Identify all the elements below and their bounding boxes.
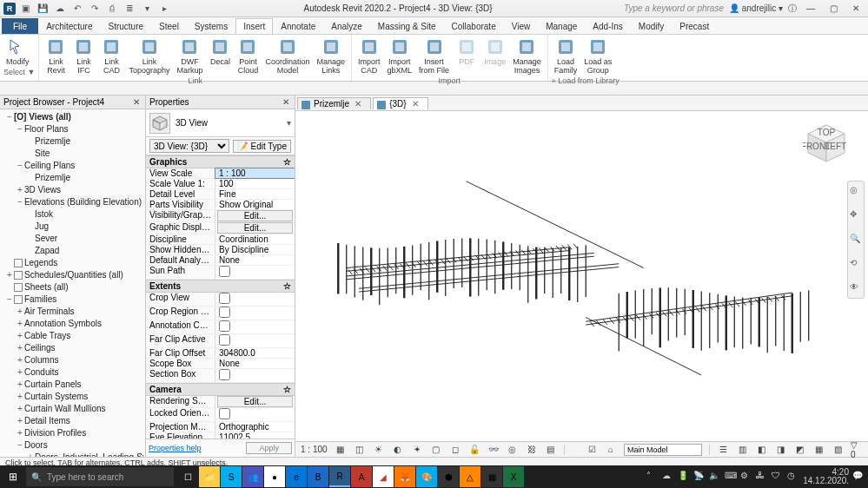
tree-node[interactable]: −Elevations (Building Elevation)	[2, 196, 143, 208]
view-tab[interactable]: {3D}✕	[373, 97, 427, 109]
crop-region-icon[interactable]: ◻	[449, 444, 461, 456]
prop-category[interactable]: Camera☆	[146, 383, 295, 396]
ribbon-tab-addins[interactable]: Add-Ins	[585, 18, 630, 34]
tray-up-icon[interactable]: ˄	[646, 471, 659, 483]
tree-node[interactable]: +Air Terminals	[2, 306, 143, 318]
app-chrome[interactable]: ●	[264, 466, 285, 487]
image-button[interactable]: Image	[481, 36, 508, 76]
ribbon-tab-analyze[interactable]: Analyze	[323, 18, 370, 34]
render-icon[interactable]: ✦	[411, 444, 423, 456]
prop-category[interactable]: Graphics☆	[146, 155, 295, 168]
ribbon-tab-insert[interactable]: Insert	[235, 18, 273, 34]
import-gbxml-button[interactable]: Import gbXML	[385, 36, 415, 76]
link-revit-button[interactable]: Link Revit	[43, 36, 69, 76]
crop-icon[interactable]: ▢	[430, 444, 442, 456]
qat-redo[interactable]: ↷	[87, 2, 103, 16]
app-vlc[interactable]: △	[460, 466, 480, 487]
prop-row[interactable]: Parts VisibilityShow Original	[146, 200, 295, 210]
property-grid[interactable]: Graphics☆View Scale1 : 100Scale Value 1:…	[146, 155, 295, 439]
task-view-icon[interactable]: ☐	[177, 466, 198, 487]
ribbon-tab-precast[interactable]: Precast	[672, 18, 717, 34]
load-group-button[interactable]: Load as Group	[581, 36, 614, 76]
wheel-icon[interactable]: ◎	[850, 185, 862, 197]
taskbar-search[interactable]: 🔍 Type here to search	[26, 467, 174, 486]
ribbon-tab-steel[interactable]: Steel	[151, 18, 187, 34]
manage-images-button[interactable]: Manage Images	[510, 36, 544, 76]
tree-node[interactable]: +Curtain Wall Mullions	[2, 403, 143, 415]
ribbon-tab-view[interactable]: View	[504, 18, 539, 34]
tree-node[interactable]: +Annotation Symbols	[2, 318, 143, 330]
qat-play[interactable]: ▸	[156, 2, 172, 16]
tree-node[interactable]: +Cable Trays	[2, 330, 143, 342]
tree-node[interactable]: +3D Views	[2, 184, 143, 196]
select-links-icon[interactable]: ☑	[586, 444, 598, 456]
ribbon-tab-massingsite[interactable]: Massing & Site	[370, 18, 444, 34]
prop-row[interactable]: Far Clip Active	[146, 334, 295, 348]
detail-level-icon[interactable]: ▦	[335, 444, 347, 456]
nav-bar[interactable]: ◎ ✥ 🔍 ⟲ 👁	[847, 181, 865, 299]
filter-icon[interactable]: ☰	[717, 444, 729, 456]
tree-node[interactable]: −[O] Views (all)	[2, 111, 143, 123]
prop-row[interactable]: Default Analysis Display St...None	[146, 255, 295, 266]
tree-node[interactable]: Jug	[2, 221, 143, 233]
app-calc[interactable]: ▦	[481, 466, 502, 487]
tree-node[interactable]: Sever	[2, 233, 143, 245]
prop-row[interactable]: Scope BoxNone	[146, 359, 295, 369]
tree-node[interactable]: +Curtain Systems	[2, 391, 143, 403]
tree-node[interactable]: +Conduits	[2, 366, 143, 379]
scale-label[interactable]: 1 : 100	[301, 445, 328, 454]
ribbon-tab-architecture[interactable]: Architecture	[38, 18, 100, 34]
link-ifc-button[interactable]: Link IFC	[70, 36, 96, 76]
app-explorer[interactable]: 📁	[199, 466, 220, 487]
tree-node[interactable]: Zapad	[2, 245, 143, 257]
prop-row[interactable]: Crop Region Visible	[146, 307, 295, 320]
link-cad-button[interactable]: Link CAD	[98, 36, 124, 76]
qat-open[interactable]: ▣	[17, 2, 33, 16]
prop-row[interactable]: Rendering SettingsEdit...	[146, 396, 295, 408]
tree-node[interactable]: Istok	[2, 208, 143, 221]
prop-row[interactable]: Show Hidden LinesBy Discipline	[146, 245, 295, 255]
lock-icon[interactable]: 🔓	[468, 444, 480, 456]
workset-input[interactable]	[624, 444, 702, 456]
prop-row[interactable]: Far Clip Offset304800.0	[146, 348, 295, 359]
app-paint[interactable]: 🎨	[416, 466, 437, 487]
visual-style-icon[interactable]: ◫	[354, 444, 366, 456]
app-skype[interactable]: S	[221, 466, 242, 487]
tree-node[interactable]: Site	[2, 148, 143, 160]
ribbon-tab-file[interactable]: File	[2, 18, 38, 34]
qat-save[interactable]: 💾	[35, 2, 50, 16]
prop-row[interactable]: Scale Value 1:100	[146, 179, 295, 189]
minimize-button[interactable]: —	[802, 3, 819, 13]
prop-row[interactable]: Annotation Crop	[146, 320, 295, 334]
app-edge[interactable]: e	[286, 466, 307, 487]
tree-node[interactable]: Legends	[2, 257, 143, 269]
app-firefox[interactable]: 🦊	[394, 466, 415, 487]
prop-row[interactable]: View Scale1 : 100	[146, 168, 295, 179]
constraint-icon[interactable]: ⛓	[526, 444, 538, 456]
close-button[interactable]: ✕	[847, 3, 865, 13]
prop-row[interactable]: Detail LevelFine	[146, 189, 295, 200]
modify-button[interactable]: Modify	[3, 36, 32, 67]
prop-row[interactable]: Projection ModeOrthographic	[146, 422, 295, 432]
tree-node[interactable]: Prizemlje	[2, 172, 143, 184]
tree-node[interactable]: +Ceilings	[2, 342, 143, 354]
app-revit[interactable]: R	[329, 466, 350, 487]
tree-node[interactable]: +Doors_Industrial_Loading-Systems_Sectio…	[2, 452, 143, 457]
close-icon[interactable]: ✕	[354, 99, 361, 109]
view-tab[interactable]: Prizemlje✕	[297, 97, 371, 109]
import-cad-button[interactable]: Import CAD	[355, 36, 383, 76]
tree-node[interactable]: −Floor Plans	[2, 123, 143, 135]
prop-row[interactable]: Graphic Display OptionsEdit...	[146, 222, 295, 234]
tree-node[interactable]: +Schedules/Quantities (all)	[2, 269, 143, 281]
orbit-icon[interactable]: ⟲	[850, 258, 862, 270]
zoom-icon[interactable]: 🔍	[850, 234, 862, 246]
close-icon[interactable]: ✕	[412, 99, 419, 109]
qat-measure[interactable]: ≣	[122, 2, 137, 16]
decal-button[interactable]: Decal	[207, 36, 233, 76]
app-armacad[interactable]: ◢	[373, 466, 394, 487]
prop-row[interactable]: Crop View	[146, 293, 295, 307]
tree-node[interactable]: −Doors	[2, 439, 143, 452]
prop-category[interactable]: Extents☆	[146, 280, 295, 293]
qat-more[interactable]: ▾	[139, 2, 155, 16]
close-icon[interactable]: ✕	[131, 97, 142, 107]
